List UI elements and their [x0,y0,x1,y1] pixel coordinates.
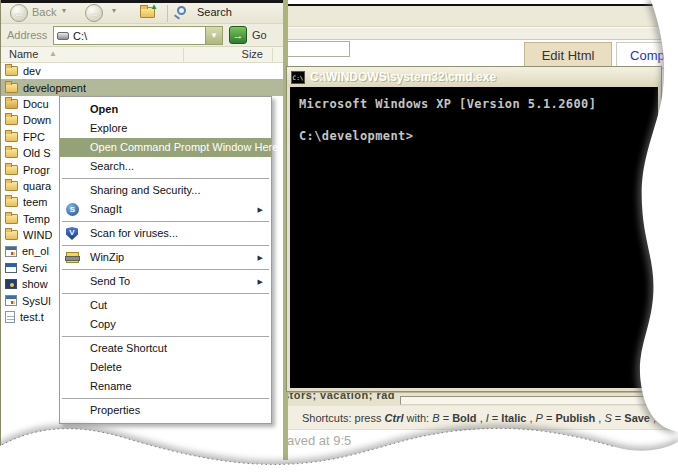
shortcuts-middle: with: [404,412,433,424]
shortcut-key: B [432,412,439,424]
address-combobox[interactable]: C:\ ▾ [53,26,223,45]
saved-status-text: aved at 9:5 [287,433,351,448]
tab-compose-label: Compo [630,48,672,63]
menu-item-label: Search... [90,160,134,172]
file-name: FPC [23,131,45,143]
submenu-arrow-icon: ▶ [258,248,263,267]
file-row-development[interactable]: development [1,79,283,95]
cmd-title-text: C:\WINDOWS\system32\cmd.exe [310,70,496,84]
menu-item-delete[interactable]: Delete [60,358,271,377]
file-name: Docu [23,98,49,110]
address-bar: Address C:\ ▾ → Go [1,24,283,47]
menu-item-winzip[interactable]: WinZip▶ [60,248,271,267]
menu-item-search[interactable]: Search... [60,157,271,176]
column-header-size[interactable]: Size [242,48,263,60]
shortcut-action: Save [624,412,650,424]
forward-dropdown-icon[interactable]: ▾ [112,6,116,15]
menu-item-cut[interactable]: Cut [60,296,271,315]
address-dropdown-button[interactable]: ▾ [205,27,222,44]
file-row-dev[interactable]: dev [1,63,283,79]
search-icon[interactable] [177,6,186,15]
menu-item-explore[interactable]: Explore [60,119,271,138]
chevron-down-icon: ▾ [212,30,217,40]
file-name: development [23,82,86,94]
column-divider[interactable] [183,48,184,62]
back-button-label: Back [32,6,56,18]
screenshot-canvas: Edit Html Compo stors; vacation; rad Sho… [0,0,678,473]
menu-item-label: Copy [90,318,116,330]
go-button[interactable]: → [229,26,247,44]
file-name: teem [23,196,47,208]
back-button[interactable]: ← [10,4,28,22]
window-icon [5,263,17,273]
cmd-icon: C:\ [291,71,305,84]
menu-separator [62,336,269,337]
folder-icon [5,165,18,175]
forward-arrow-icon: → [89,7,100,19]
app-icon [5,279,17,289]
menu-item-snagit[interactable]: SSnagIt▶ [60,200,271,219]
menu-item-label: Send To [90,275,130,287]
folder-icon [5,148,18,158]
menu-separator [62,178,269,179]
sort-ascending-icon: ▲ [49,49,57,58]
file-name: quara [23,180,51,192]
menu-item-label: Explore [90,122,127,134]
shortcut-key: D [659,412,667,424]
tab-edit-html[interactable]: Edit Html [524,42,612,69]
shortcut-eq: = [667,412,678,424]
tab-compose[interactable]: Compo [616,42,678,69]
forward-button[interactable]: → [85,4,103,22]
shortcut-key: S [604,412,611,424]
file-name: SysUl [22,295,51,307]
file-name: test.t [20,311,44,323]
folder-icon [5,66,18,76]
menu-item-scan-for-viruses[interactable]: VScan for viruses... [60,224,271,243]
browser-chrome-band-2 [288,28,678,40]
menu-item-label: Cut [90,299,107,311]
labels-input[interactable] [400,396,662,405]
menu-item-copy[interactable]: Copy [60,315,271,334]
back-dropdown-icon[interactable]: ▾ [62,6,66,15]
menu-item-properties[interactable]: Properties [60,401,271,420]
folder-icon [5,214,18,224]
menu-item-create-shortcut[interactable]: Create Shortcut [60,339,271,358]
menu-item-sharing-and-security[interactable]: Sharing and Security... [60,181,271,200]
drive-icon [57,32,69,40]
file-name: Servi [22,262,47,274]
title-field-partial[interactable] [288,41,350,57]
shortcut-action: Bold [452,412,476,424]
menu-item-rename[interactable]: Rename [60,377,271,396]
folder-icon [5,132,18,142]
menu-separator [62,293,269,294]
shortcut-eq: = [612,412,625,424]
go-label[interactable]: Go [252,29,267,41]
cmd-title-bar[interactable]: C:\ C:\WINDOWS\system32\cmd.exe [287,67,661,87]
address-value: C:\ [73,30,87,42]
list-column-headers: Name ▲ Size [1,47,283,63]
browser-chrome-band [288,6,678,27]
menu-item-open-command-prompt-window-here[interactable]: Open Command Prompt Window Here [60,138,271,157]
shortcut-key: P [536,412,543,424]
menu-item-label: SnagIt [90,203,122,215]
menu-item-label: Scan for viruses... [90,227,178,239]
search-button-label[interactable]: Search [197,6,232,18]
menu-item-send-to[interactable]: Send To▶ [60,272,271,291]
shortcuts-prefix: Shortcuts: press [302,412,385,424]
column-header-name[interactable]: Name [9,48,38,60]
menu-item-label: Open [90,103,118,115]
menu-item-open[interactable]: Open [60,100,271,119]
text-icon [5,311,15,323]
menu-separator [62,269,269,270]
folder-icon [5,197,18,207]
media-icon [5,246,17,257]
menu-item-label: Properties [90,404,140,416]
up-folder-button[interactable]: ▲ [140,7,155,18]
column-divider-2[interactable] [272,48,273,62]
menu-item-label: Rename [90,380,132,392]
shortcut-eq: = [440,412,453,424]
toolbar-separator [167,5,168,22]
go-arrow-icon: → [233,29,244,41]
cmd-console[interactable]: Microsoft Windows XP [Version 5.1.2600] … [290,87,658,388]
file-name: WIND [23,229,52,241]
